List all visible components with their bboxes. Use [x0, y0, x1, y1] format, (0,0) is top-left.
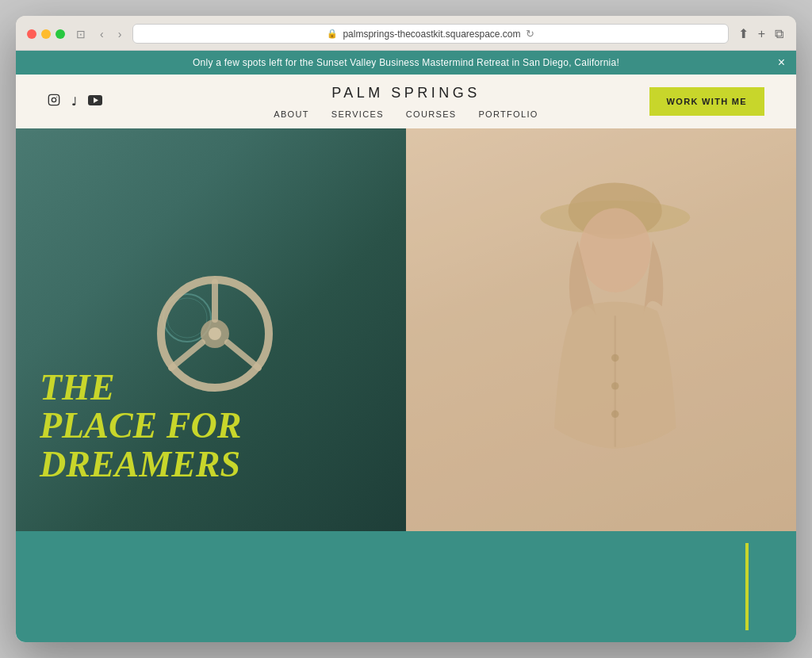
- back-button[interactable]: ‹: [97, 27, 107, 41]
- maximize-button[interactable]: [56, 29, 65, 39]
- svg-rect-21: [406, 128, 796, 531]
- header-right: WORK WITH ME: [649, 87, 764, 116]
- tiktok-icon[interactable]: ♩: [71, 95, 77, 108]
- hero-tagline: THE PLACE FOR DREAMERS: [40, 369, 241, 484]
- nav-courses[interactable]: COURSES: [406, 109, 457, 119]
- site-nav: ABOUT SERVICES COURSES PORTFOLIO: [274, 109, 538, 119]
- teal-main-area: [16, 531, 745, 642]
- svg-point-1: [52, 98, 56, 101]
- share-button[interactable]: ⬆: [737, 25, 750, 43]
- new-tab-button[interactable]: +: [756, 25, 767, 43]
- svg-rect-0: [48, 94, 59, 105]
- svg-line-10: [171, 342, 202, 368]
- hero-right-panel: [406, 128, 796, 531]
- announcement-bar: Only a few spots left for the Sunset Val…: [16, 51, 796, 75]
- browser-actions: ⬆ + ⧉: [737, 25, 785, 43]
- announcement-text: Only a few spots left for the Sunset Val…: [193, 57, 619, 68]
- browser-chrome: ⊡ ‹ › 🔒 palmsprings-thecoastkit.squaresp…: [16, 16, 796, 51]
- browser-window: ⊡ ‹ › 🔒 palmsprings-thecoastkit.squaresp…: [16, 16, 796, 642]
- forward-button[interactable]: ›: [115, 27, 125, 41]
- teal-section: [16, 531, 796, 642]
- url-text: palmsprings-thecoastkit.squarespace.com: [343, 29, 520, 40]
- hero-images: THE PLACE FOR DREAMERS: [16, 128, 796, 531]
- reload-button[interactable]: ↻: [526, 28, 534, 40]
- traffic-lights: [27, 29, 65, 39]
- website: Only a few spots left for the Sunset Val…: [16, 51, 796, 642]
- work-with-me-button[interactable]: WORK WITH ME: [649, 87, 764, 116]
- close-button[interactable]: [27, 29, 36, 39]
- announcement-close-button[interactable]: ×: [778, 56, 785, 69]
- social-icons: ♩: [48, 94, 102, 109]
- tagline-line1: THE: [40, 369, 241, 407]
- site-header-wrapper: ♩ PALM SPRINGS ABOUT SERVICES COURSES: [16, 75, 796, 128]
- hero-left-panel: THE PLACE FOR DREAMERS: [16, 128, 406, 531]
- svg-point-2: [56, 97, 57, 98]
- youtube-icon[interactable]: [88, 95, 102, 108]
- minimize-button[interactable]: [41, 29, 51, 39]
- lock-icon: 🔒: [327, 29, 338, 39]
- header-center: PALM SPRINGS ABOUT SERVICES COURSES PORT…: [274, 85, 538, 119]
- svg-line-11: [228, 342, 259, 368]
- hero-section: THE PLACE FOR DREAMERS: [16, 128, 796, 642]
- person-silhouette: [406, 128, 796, 531]
- tagline-line3: DREAMERS: [40, 446, 241, 484]
- svg-point-12: [209, 327, 221, 340]
- address-bar[interactable]: 🔒 palmsprings-thecoastkit.squarespace.co…: [132, 24, 728, 44]
- instagram-icon[interactable]: [48, 94, 60, 109]
- nav-portfolio[interactable]: PORTFOLIO: [478, 109, 538, 119]
- site-title: PALM SPRINGS: [331, 85, 481, 101]
- site-header: ♩ PALM SPRINGS ABOUT SERVICES COURSES: [16, 75, 796, 128]
- nav-services[interactable]: SERVICES: [331, 109, 384, 119]
- teal-right-area: [749, 531, 796, 642]
- nav-about[interactable]: ABOUT: [274, 109, 309, 119]
- sidebar-toggle-button[interactable]: ⊡: [73, 27, 89, 41]
- tagline-line2: PLACE FOR: [40, 407, 241, 445]
- copy-tab-button[interactable]: ⧉: [773, 25, 785, 43]
